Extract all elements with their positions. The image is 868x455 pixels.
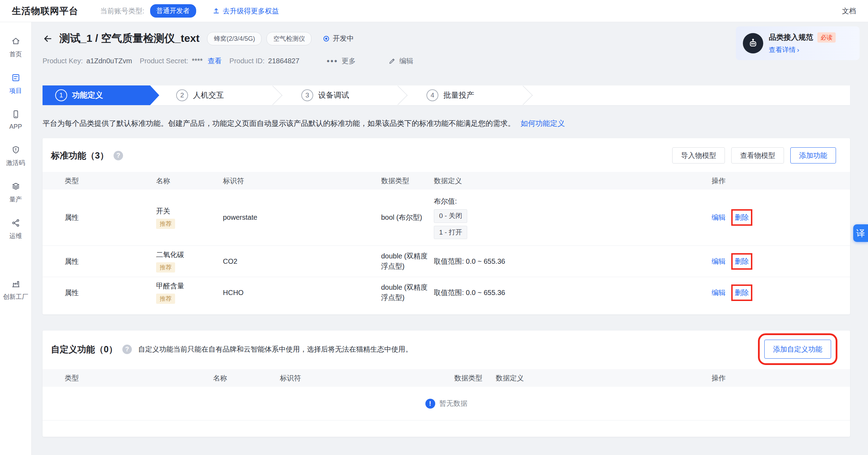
- edit-link[interactable]: 编辑: [712, 213, 726, 222]
- project-icon: [11, 73, 21, 84]
- category-tag: 空气检测仪: [266, 32, 311, 45]
- exclamation-icon: !: [425, 399, 435, 409]
- view-secret-link[interactable]: 查看: [208, 56, 222, 66]
- sidebar-item-innovation-factory[interactable]: 创新工厂: [0, 279, 32, 301]
- cell-definition: 取值范围: 0.0 ~ 655.36: [434, 256, 712, 267]
- sidebar: 首页 项目 APP 激活码 量产 运维 创新工厂: [0, 22, 32, 455]
- sidebar-item-label: 项目: [9, 86, 22, 95]
- delete-link[interactable]: 删除: [735, 257, 749, 266]
- sidebar-item-operations[interactable]: 运维: [0, 218, 32, 240]
- app-icon: [11, 109, 21, 121]
- back-arrow-icon[interactable]: [43, 33, 54, 45]
- sidebar-item-label: 首页: [9, 50, 22, 58]
- step-batch-production[interactable]: 4 批量投产: [410, 85, 535, 105]
- table-row: 属性 开关 推荐 powerstate bool (布尔型) 布尔值: 0 - …: [43, 190, 850, 246]
- sidebar-item-app[interactable]: APP: [0, 109, 32, 130]
- step-device-debugging[interactable]: 3 设备调试: [284, 85, 410, 105]
- delete-link[interactable]: 删除: [735, 213, 749, 222]
- sidebar-item-label: APP: [9, 123, 22, 130]
- cell-type: 属性: [65, 257, 156, 266]
- factory-icon: [11, 279, 21, 290]
- robot-avatar: [743, 33, 763, 53]
- category-spec-card[interactable]: 品类接入规范 必读 查看详情 ›: [736, 26, 860, 60]
- sidebar-item-label: 创新工厂: [3, 293, 28, 301]
- step-number: 1: [55, 89, 67, 101]
- import-model-button[interactable]: 导入物模型: [672, 147, 725, 164]
- cell-data-type: double (双精度浮点型): [381, 251, 430, 271]
- layers-icon: [11, 181, 21, 193]
- edit-link[interactable]: 编辑: [712, 257, 726, 266]
- top-bar: 生活物联网平台 当前账号类型: 普通开发者 去升级得更多权益 文档: [0, 0, 868, 22]
- step-function-definition[interactable]: 1 功能定义: [43, 85, 159, 105]
- recommended-badge: 推荐: [156, 262, 175, 273]
- product-secret: Product Secret: **** 查看: [140, 56, 222, 66]
- sidebar-item-projects[interactable]: 项目: [0, 73, 32, 95]
- nodes-icon: [11, 218, 21, 229]
- cell-definition: 取值范围: 0.0 ~ 655.36: [434, 287, 712, 298]
- table-row: 属性 甲醛含量 推荐 HCHO double (双精度浮点型) 取值范围: 0.…: [43, 277, 850, 308]
- cell-type: 属性: [65, 213, 156, 222]
- shield-icon: [11, 145, 21, 156]
- status-dot-icon: [323, 36, 329, 41]
- add-function-button[interactable]: 添加功能: [790, 147, 836, 164]
- sidebar-item-activation-code[interactable]: 激活码: [0, 145, 32, 167]
- custom-functions-title: 自定义功能（0）: [51, 344, 117, 355]
- cell-definition: 布尔值: 0 - 关闭 1 - 打开: [434, 196, 712, 239]
- cell-data-type: bool (布尔型): [381, 212, 430, 223]
- step-number: 3: [301, 89, 313, 101]
- upload-icon: [212, 7, 220, 15]
- help-icon[interactable]: ?: [114, 151, 123, 160]
- edit-link[interactable]: 编辑: [712, 288, 726, 297]
- more-dots-icon: •••: [327, 59, 338, 63]
- cell-data-type: double (双精度浮点型): [381, 282, 430, 303]
- standard-functions-title: 标准功能（3）: [51, 150, 109, 161]
- help-icon[interactable]: ?: [122, 345, 132, 354]
- sidebar-item-home[interactable]: 首页: [0, 36, 32, 58]
- product-id: Product ID: 21864827: [230, 57, 300, 65]
- empty-text: 暂无数据: [439, 399, 468, 408]
- cell-actions: 编辑 删除: [712, 213, 836, 222]
- sidebar-item-label: 激活码: [6, 159, 25, 167]
- bool-value-tag: 1 - 打开: [434, 226, 467, 239]
- delete-link[interactable]: 删除: [735, 288, 749, 297]
- platform-logo: 生活物联网平台: [12, 5, 78, 17]
- cell-name: 二氧化碳 推荐: [156, 250, 223, 273]
- cell-actions: 编辑 删除: [712, 257, 836, 266]
- view-details-link[interactable]: 查看详情 ›: [769, 45, 836, 55]
- custom-table-header: 类型 名称 标识符 数据类型 数据定义 操作: [43, 369, 850, 387]
- chevron-right-icon: ›: [797, 46, 799, 54]
- edit-button[interactable]: 编辑: [388, 56, 413, 66]
- upgrade-link-label: 去升级得更多权益: [223, 6, 279, 16]
- how-to-define-link[interactable]: 如何功能定义: [521, 119, 565, 127]
- account-type-label: 当前账号类型:: [100, 6, 144, 16]
- main-content: 测试_1 / 空气质量检测仪_text 蜂窝(2/3/4/5G) 空气检测仪 开…: [32, 22, 868, 437]
- recommended-badge: 推荐: [156, 294, 175, 304]
- pencil-icon: [388, 57, 396, 65]
- upgrade-link[interactable]: 去升级得更多权益: [212, 6, 279, 16]
- doc-link[interactable]: 文档: [842, 6, 856, 16]
- step-human-machine-interaction[interactable]: 2 人机交互: [159, 85, 284, 105]
- view-model-button[interactable]: 查看物模型: [731, 147, 784, 164]
- cell-name: 甲醛含量 推荐: [156, 281, 223, 304]
- sidebar-item-label: 量产: [9, 195, 22, 204]
- status-badge: 开发中: [323, 34, 354, 43]
- sidebar-item-mass-production[interactable]: 量产: [0, 181, 32, 204]
- step-wizard: 1 功能定义 2 人机交互 3 设备调试 4 批量投产: [43, 85, 850, 105]
- cell-name: 开关 推荐: [156, 206, 223, 229]
- add-custom-function-button[interactable]: 添加自定义功能: [764, 340, 831, 359]
- page-title: 测试_1 / 空气质量检测仪_text: [59, 31, 199, 46]
- account-type-badge: 普通开发者: [150, 4, 196, 18]
- cell-identifier: CO2: [223, 257, 381, 265]
- home-icon: [11, 36, 21, 47]
- cell-actions: 编辑 删除: [712, 288, 836, 297]
- bool-value-tag: 0 - 关闭: [434, 209, 467, 223]
- recommended-badge: 推荐: [156, 219, 175, 229]
- product-header: 测试_1 / 空气质量检测仪_text 蜂窝(2/3/4/5G) 空气检测仪 开…: [32, 22, 868, 78]
- category-spec-title: 品类接入规范: [769, 32, 813, 42]
- translate-button[interactable]: 译: [853, 224, 868, 242]
- standard-table-header: 类型 名称 标识符 数据类型 数据定义 操作: [43, 172, 850, 190]
- cell-identifier: HCHO: [223, 289, 381, 297]
- intro-text: 平台为每个品类提供了默认标准功能。创建产品后，功能定义页面自动显示该产品默认的标…: [43, 118, 850, 128]
- step-number: 4: [426, 89, 438, 101]
- more-button[interactable]: ••• 更多: [327, 56, 356, 66]
